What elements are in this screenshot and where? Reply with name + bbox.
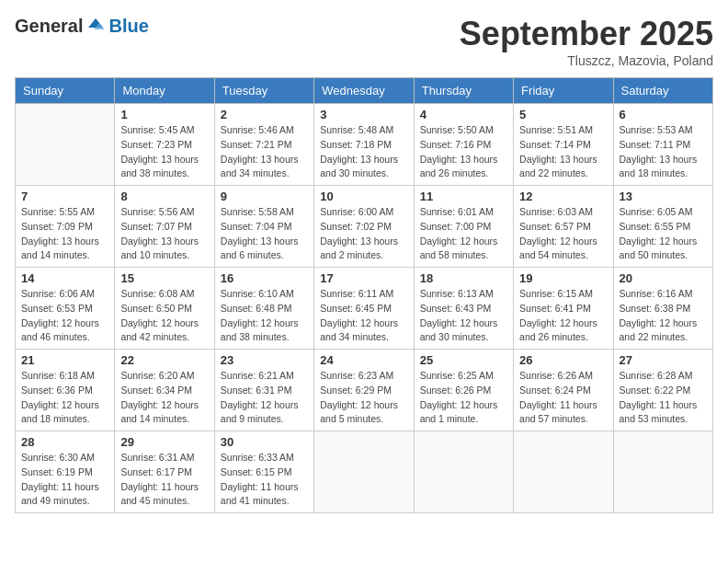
location-subtitle: Tluszcz, Mazovia, Poland <box>460 53 713 68</box>
day-info: Sunrise: 6:18 AM Sunset: 6:36 PM Dayligh… <box>21 369 108 427</box>
page-header: General Blue September 2025 Tluszcz, Maz… <box>15 15 713 68</box>
day-info: Sunrise: 6:08 AM Sunset: 6:50 PM Dayligh… <box>120 287 208 345</box>
day-number: 12 <box>519 190 607 203</box>
day-info: Sunrise: 5:55 AM Sunset: 7:09 PM Dayligh… <box>21 205 108 263</box>
calendar-cell: 16Sunrise: 6:10 AM Sunset: 6:48 PM Dayli… <box>214 268 313 350</box>
calendar-cell: 28Sunrise: 6:30 AM Sunset: 6:19 PM Dayli… <box>16 431 115 513</box>
calendar-cell: 20Sunrise: 6:16 AM Sunset: 6:38 PM Dayli… <box>613 268 712 350</box>
calendar-cell: 4Sunrise: 5:50 AM Sunset: 7:16 PM Daylig… <box>414 104 513 186</box>
weekday-header-saturday: Saturday <box>613 78 712 104</box>
calendar-cell: 23Sunrise: 6:21 AM Sunset: 6:31 PM Dayli… <box>214 350 313 431</box>
calendar-cell: 9Sunrise: 5:58 AM Sunset: 7:04 PM Daylig… <box>214 186 313 268</box>
calendar-cell: 15Sunrise: 6:08 AM Sunset: 6:50 PM Dayli… <box>115 268 214 350</box>
weekday-header-wednesday: Wednesday <box>314 78 414 104</box>
calendar-cell <box>314 431 414 513</box>
day-info: Sunrise: 5:45 AM Sunset: 7:23 PM Dayligh… <box>120 123 208 181</box>
calendar-cell: 30Sunrise: 6:33 AM Sunset: 6:15 PM Dayli… <box>214 431 313 513</box>
calendar-cell <box>514 431 613 513</box>
calendar-cell: 8Sunrise: 5:56 AM Sunset: 7:07 PM Daylig… <box>115 186 214 268</box>
logo: General Blue <box>15 15 149 37</box>
day-info: Sunrise: 5:58 AM Sunset: 7:04 PM Dayligh… <box>221 205 308 263</box>
day-info: Sunrise: 6:10 AM Sunset: 6:48 PM Dayligh… <box>221 287 308 345</box>
day-number: 27 <box>620 353 707 367</box>
day-info: Sunrise: 6:31 AM Sunset: 6:17 PM Dayligh… <box>120 451 208 509</box>
day-number: 20 <box>620 271 707 285</box>
calendar-table: SundayMondayTuesdayWednesdayThursdayFrid… <box>15 77 713 513</box>
day-number: 21 <box>21 353 108 367</box>
calendar-cell: 13Sunrise: 6:05 AM Sunset: 6:55 PM Dayli… <box>613 186 712 268</box>
day-info: Sunrise: 6:26 AM Sunset: 6:24 PM Dayligh… <box>519 369 607 427</box>
calendar-cell: 29Sunrise: 6:31 AM Sunset: 6:17 PM Dayli… <box>115 431 214 513</box>
calendar-cell: 17Sunrise: 6:11 AM Sunset: 6:45 PM Dayli… <box>314 268 414 350</box>
day-info: Sunrise: 6:16 AM Sunset: 6:38 PM Dayligh… <box>620 287 707 345</box>
calendar-cell <box>414 431 513 513</box>
calendar-cell: 11Sunrise: 6:01 AM Sunset: 7:00 PM Dayli… <box>414 186 513 268</box>
week-row-4: 21Sunrise: 6:18 AM Sunset: 6:36 PM Dayli… <box>16 350 713 431</box>
day-number: 18 <box>420 271 507 285</box>
calendar-cell: 14Sunrise: 6:06 AM Sunset: 6:53 PM Dayli… <box>16 268 115 350</box>
calendar-cell: 21Sunrise: 6:18 AM Sunset: 6:36 PM Dayli… <box>16 350 115 431</box>
day-info: Sunrise: 5:51 AM Sunset: 7:14 PM Dayligh… <box>519 123 607 181</box>
weekday-header-row: SundayMondayTuesdayWednesdayThursdayFrid… <box>16 78 713 104</box>
calendar-cell: 3Sunrise: 5:48 AM Sunset: 7:18 PM Daylig… <box>314 104 414 186</box>
week-row-3: 14Sunrise: 6:06 AM Sunset: 6:53 PM Dayli… <box>16 268 713 350</box>
day-info: Sunrise: 6:28 AM Sunset: 6:22 PM Dayligh… <box>620 369 707 427</box>
day-info: Sunrise: 6:15 AM Sunset: 6:41 PM Dayligh… <box>519 287 607 345</box>
day-number: 30 <box>221 435 308 449</box>
day-number: 28 <box>21 435 108 449</box>
weekday-header-sunday: Sunday <box>16 78 115 104</box>
logo-icon <box>85 15 107 37</box>
day-number: 19 <box>519 271 607 285</box>
day-info: Sunrise: 6:05 AM Sunset: 6:55 PM Dayligh… <box>620 205 707 263</box>
day-number: 16 <box>221 271 308 285</box>
day-number: 25 <box>420 353 507 367</box>
day-number: 6 <box>620 108 707 121</box>
day-number: 29 <box>120 435 208 449</box>
calendar-cell <box>16 104 115 186</box>
day-info: Sunrise: 5:50 AM Sunset: 7:16 PM Dayligh… <box>420 123 507 181</box>
day-info: Sunrise: 6:01 AM Sunset: 7:00 PM Dayligh… <box>420 205 507 263</box>
day-number: 13 <box>620 190 707 203</box>
day-info: Sunrise: 5:48 AM Sunset: 7:18 PM Dayligh… <box>320 123 407 181</box>
day-number: 3 <box>320 108 407 121</box>
logo-general: General <box>15 16 83 37</box>
calendar-cell: 2Sunrise: 5:46 AM Sunset: 7:21 PM Daylig… <box>214 104 313 186</box>
day-info: Sunrise: 6:06 AM Sunset: 6:53 PM Dayligh… <box>21 287 108 345</box>
day-number: 10 <box>320 190 407 203</box>
calendar-cell: 26Sunrise: 6:26 AM Sunset: 6:24 PM Dayli… <box>514 350 613 431</box>
day-info: Sunrise: 6:11 AM Sunset: 6:45 PM Dayligh… <box>320 287 407 345</box>
day-number: 5 <box>519 108 607 121</box>
day-number: 23 <box>221 353 308 367</box>
day-number: 9 <box>221 190 308 203</box>
calendar-cell: 22Sunrise: 6:20 AM Sunset: 6:34 PM Dayli… <box>115 350 214 431</box>
calendar-cell: 5Sunrise: 5:51 AM Sunset: 7:14 PM Daylig… <box>514 104 613 186</box>
week-row-5: 28Sunrise: 6:30 AM Sunset: 6:19 PM Dayli… <box>16 431 713 513</box>
day-number: 2 <box>221 108 308 121</box>
day-number: 1 <box>120 108 208 121</box>
day-info: Sunrise: 5:53 AM Sunset: 7:11 PM Dayligh… <box>620 123 707 181</box>
weekday-header-monday: Monday <box>115 78 214 104</box>
day-number: 24 <box>320 353 407 367</box>
day-number: 4 <box>420 108 507 121</box>
calendar-cell: 1Sunrise: 5:45 AM Sunset: 7:23 PM Daylig… <box>115 104 214 186</box>
calendar-cell: 10Sunrise: 6:00 AM Sunset: 7:02 PM Dayli… <box>314 186 414 268</box>
week-row-1: 1Sunrise: 5:45 AM Sunset: 7:23 PM Daylig… <box>16 104 713 186</box>
day-info: Sunrise: 6:23 AM Sunset: 6:29 PM Dayligh… <box>320 369 407 427</box>
day-number: 17 <box>320 271 407 285</box>
weekday-header-friday: Friday <box>514 78 613 104</box>
day-info: Sunrise: 6:21 AM Sunset: 6:31 PM Dayligh… <box>221 369 308 427</box>
day-number: 15 <box>120 271 208 285</box>
title-block: September 2025 Tluszcz, Mazovia, Poland <box>460 15 713 68</box>
day-number: 8 <box>120 190 208 203</box>
day-info: Sunrise: 6:33 AM Sunset: 6:15 PM Dayligh… <box>221 451 308 509</box>
month-title: September 2025 <box>460 15 713 53</box>
week-row-2: 7Sunrise: 5:55 AM Sunset: 7:09 PM Daylig… <box>16 186 713 268</box>
day-info: Sunrise: 6:03 AM Sunset: 6:57 PM Dayligh… <box>519 205 607 263</box>
day-info: Sunrise: 6:13 AM Sunset: 6:43 PM Dayligh… <box>420 287 507 345</box>
day-info: Sunrise: 6:30 AM Sunset: 6:19 PM Dayligh… <box>21 451 108 509</box>
day-number: 26 <box>519 353 607 367</box>
calendar-cell: 7Sunrise: 5:55 AM Sunset: 7:09 PM Daylig… <box>16 186 115 268</box>
day-info: Sunrise: 5:56 AM Sunset: 7:07 PM Dayligh… <box>120 205 208 263</box>
weekday-header-thursday: Thursday <box>414 78 513 104</box>
day-info: Sunrise: 6:00 AM Sunset: 7:02 PM Dayligh… <box>320 205 407 263</box>
